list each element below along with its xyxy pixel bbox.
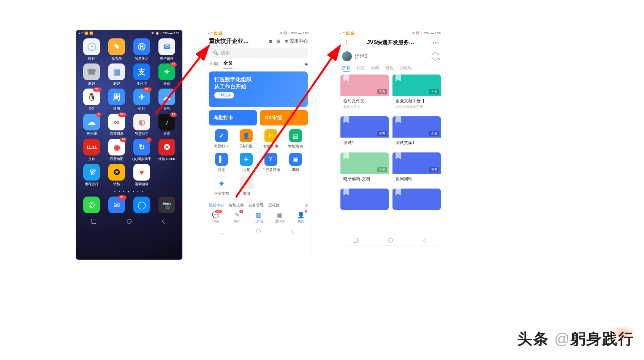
nav-home-icon[interactable] bbox=[256, 229, 261, 233]
nav-消息[interactable]: 💬消息99+ bbox=[205, 209, 226, 226]
app-日志[interactable]: ▌日志 bbox=[209, 153, 234, 173]
app-天气[interactable]: ☁天气 bbox=[154, 89, 179, 111]
nav-通讯录[interactable]: ▣通讯录 bbox=[269, 209, 290, 226]
settings-gear-icon[interactable]: ⚙ bbox=[276, 38, 281, 44]
filter-tabs: 所有我的收藏最近回收站 bbox=[337, 63, 444, 73]
android-nav-bar bbox=[337, 235, 444, 245]
app-老妈[interactable]: ▦老妈 bbox=[104, 63, 129, 86]
dock-app[interactable]: ✉99+ bbox=[104, 197, 129, 214]
doc-card[interactable]: 企业测试文库1 bbox=[392, 116, 441, 149]
doc-card[interactable]: 私有协同测试 bbox=[392, 152, 441, 185]
status-right: 👁 ⏰ ᚼ 53% ▬ 2:59 bbox=[151, 32, 179, 35]
app-京东[interactable]: 11.11京东 bbox=[79, 139, 104, 162]
menu-icon[interactable]: ≡ bbox=[269, 38, 272, 44]
android-nav-bar bbox=[76, 216, 182, 227]
watermark: 头条 @躬身践行 bbox=[517, 328, 634, 349]
app-center-button[interactable]: ⁜ 应用中心 bbox=[285, 38, 308, 44]
app-铁路12306[interactable]: ❂铁路12306 bbox=[154, 139, 179, 162]
app-携程旅行[interactable]: 𝒞携程旅行 bbox=[79, 164, 104, 187]
status-bar: ▪ ⁴ᴳ 📶 🛜 👁 ⏰ ᚼ 53% ▬ 2:59 bbox=[205, 30, 312, 36]
app-云空间[interactable]: ☁1云空间 bbox=[79, 114, 104, 136]
tile-OA审批[interactable]: OA审批 bbox=[260, 110, 308, 125]
filter-我的[interactable]: 我的 bbox=[356, 65, 365, 71]
doc-card[interactable]: 私有临时文件夹临时文件夹 bbox=[340, 75, 389, 113]
search-input[interactable]: 🔍 搜索 bbox=[209, 48, 308, 58]
app-智慧助手[interactable]: ◐智慧助手 bbox=[129, 114, 154, 136]
app-日历[interactable]: 周日历 bbox=[104, 89, 129, 111]
app-站酷[interactable]: ✪站酷 bbox=[104, 164, 129, 187]
nav-back-icon[interactable] bbox=[162, 219, 167, 224]
hamburger-icon[interactable]: ≡ bbox=[305, 61, 308, 67]
learn-more-button[interactable]: 了解更多 bbox=[214, 92, 234, 98]
hamburger-icon[interactable]: ≡ bbox=[305, 203, 308, 208]
app-QQ同步助手[interactable]: ↻1QQ同步助手 bbox=[129, 139, 154, 162]
tile-考勤打卡[interactable]: 考勤打卡 bbox=[209, 110, 257, 125]
app-运动健康[interactable]: ♥运动健康 bbox=[129, 164, 154, 187]
app-grid: ✔考勤打卡👤OA审批H智能人事▤智能填表▌日志✈出差¥工资条管家▣dfas◈企业… bbox=[209, 129, 308, 196]
doc-card[interactable]: 私有测试1 bbox=[340, 116, 389, 149]
status-left: ▪ ⁴ᴳ 📶 🛜 bbox=[208, 32, 222, 35]
app-老妈[interactable]: ☎老妈 bbox=[79, 63, 104, 86]
app-备忘录[interactable]: ✎备忘录 bbox=[104, 38, 129, 61]
search-icon[interactable] bbox=[432, 52, 439, 60]
nav-我的[interactable]: 👤我的 bbox=[290, 209, 312, 226]
filter-所有[interactable]: 所有 bbox=[342, 65, 350, 71]
nav-recent-icon[interactable] bbox=[92, 219, 96, 224]
nav-back-icon[interactable] bbox=[424, 238, 428, 243]
app-智能人事[interactable]: H智能人事 bbox=[258, 129, 283, 149]
filter-最近[interactable]: 最近 bbox=[385, 65, 394, 71]
app-工资条管家[interactable]: ¥工资条管家 bbox=[258, 153, 283, 173]
doc-card[interactable] bbox=[340, 189, 389, 210]
app-百度网盘[interactable]: ∞99+百度网盘 bbox=[104, 114, 129, 136]
app-OA审批[interactable]: 👤OA审批 bbox=[234, 129, 258, 149]
status-bar: ▪ ⁴ᴳ 📶 🛜 👁 ⏰ ᚼ 53% ▬ 2:59 bbox=[76, 30, 182, 36]
cat-hr[interactable]: 智能人事 bbox=[229, 203, 244, 208]
category-bar: 流程中心 智能人事 业务管理 流程效 ≡ bbox=[205, 200, 312, 209]
app-智慧生活[interactable]: Ⓗ智慧生活 bbox=[129, 38, 154, 61]
app-抖音[interactable]: ♪10抖音 bbox=[154, 114, 179, 136]
nav-home-icon[interactable] bbox=[127, 219, 131, 224]
dock-app[interactable]: ◯ bbox=[129, 197, 154, 214]
app-dfas[interactable]: ▣dfas bbox=[283, 153, 308, 173]
app-时钟[interactable]: 🕑时钟 bbox=[79, 38, 104, 61]
app-微信[interactable]: ✦32微信 bbox=[154, 63, 179, 86]
dock-app[interactable]: ✆ bbox=[79, 197, 104, 214]
nav-recent-icon[interactable] bbox=[353, 238, 358, 243]
app-考勤打卡[interactable]: ✔考勤打卡 bbox=[209, 129, 234, 149]
tab-common[interactable]: 常用 bbox=[209, 61, 218, 68]
more-icon[interactable]: ⋯ bbox=[432, 38, 439, 47]
app-支付宝[interactable]: 支支付宝 bbox=[129, 63, 154, 86]
status-left: ▪ ⁴ᴳ 📶 🛜 bbox=[340, 32, 354, 35]
cat-process[interactable]: 流程中心 bbox=[209, 203, 224, 208]
back-chevron-icon[interactable]: 〈 bbox=[342, 39, 349, 47]
app-添加[interactable]: ＋添加 bbox=[234, 176, 258, 196]
app-出差[interactable]: ✈出差 bbox=[234, 153, 258, 173]
nav-recent-icon[interactable] bbox=[221, 229, 225, 233]
doc-card[interactable] bbox=[392, 189, 441, 210]
promo-banner[interactable]: 打造数字化组织从工作台开始 了解更多 bbox=[209, 71, 308, 107]
app-钉钉[interactable]: ✈99+钉钉 bbox=[129, 89, 154, 111]
nav-协作[interactable]: ✎协作5 bbox=[226, 209, 248, 226]
nav-home-icon[interactable] bbox=[388, 238, 393, 243]
nav-工作台[interactable]: ▦工作台 bbox=[248, 209, 269, 226]
cat-flow[interactable]: 流程效 bbox=[268, 203, 280, 208]
header: 重庆软开企业… ≡ ⚙ ⁜ 应用中心 bbox=[205, 36, 312, 46]
filter-回收站[interactable]: 回收站 bbox=[400, 65, 412, 71]
dock-app[interactable]: 📷 bbox=[154, 197, 179, 214]
page-indicator: • • • ● • • • bbox=[76, 190, 182, 193]
doc-card[interactable]: 企业嘎子偷狗-文档 bbox=[340, 152, 389, 185]
cat-biz[interactable]: 业务管理 bbox=[248, 203, 264, 208]
username: 浮世3 bbox=[355, 53, 429, 60]
tab-all[interactable]: 全员 bbox=[223, 60, 233, 68]
app-企业文档[interactable]: ◈企业文档 bbox=[209, 176, 234, 196]
filter-收藏[interactable]: 收藏 bbox=[371, 65, 379, 71]
app-智能填表[interactable]: ▤智能填表 bbox=[283, 129, 308, 149]
phone-jvs-docs: ▪ ⁴ᴳ 📶 🛜 👁 ⏰ ᚼ 53% ▬ 2:59 〈 JVS快速开发服务… ⋯… bbox=[337, 30, 444, 245]
org-title[interactable]: 重庆软开企业… bbox=[209, 38, 265, 45]
doc-card[interactable]: 企业企业文档手册【…企业文档操作手册… bbox=[392, 75, 441, 113]
app-百度地图[interactable]: ◉20百度地图 bbox=[104, 139, 129, 162]
app-QQ[interactable]: 🐧99+QQ bbox=[79, 89, 104, 111]
nav-back-icon[interactable] bbox=[291, 229, 296, 233]
app-电子邮件[interactable]: ✉电子邮件 bbox=[154, 38, 179, 61]
avatar[interactable] bbox=[342, 51, 352, 61]
